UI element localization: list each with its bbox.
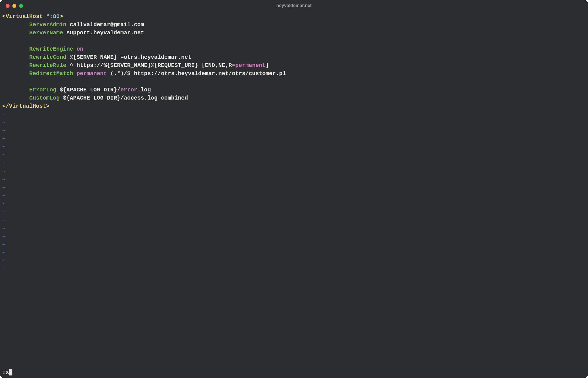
indent	[2, 70, 29, 77]
indent	[2, 87, 29, 93]
value-rewriteengine: on	[77, 46, 83, 52]
directive-customlog: CustomLog	[29, 95, 60, 101]
empty-line-tilde: ~	[2, 242, 6, 248]
value-serveradmin: callvaldemar@gmail.com	[66, 21, 144, 28]
directive-serveradmin: ServerAdmin	[29, 21, 66, 28]
indent	[2, 54, 29, 60]
value-errorlog-name: error	[120, 87, 137, 93]
directive-errorlog: ErrorLog	[29, 87, 56, 93]
empty-line-tilde: ~	[2, 201, 6, 207]
indent	[2, 46, 29, 52]
window-title: heyvaldemar.net	[276, 2, 311, 9]
cursor-icon	[9, 369, 12, 375]
empty-line-tilde: ~	[2, 258, 6, 264]
vim-command-text: :x	[2, 369, 9, 375]
terminal-window: heyvaldemar.net <VirtualHost *:80> Serve…	[0, 0, 588, 378]
directive-redirectmatch: RedirectMatch	[29, 70, 73, 77]
empty-line-tilde: ~	[2, 233, 6, 240]
editor-viewport[interactable]: <VirtualHost *:80> ServerAdmin callvalde…	[0, 11, 588, 368]
window-minimize-button[interactable]	[12, 4, 16, 8]
directive-rewriterule: RewriteRule	[29, 62, 66, 69]
empty-line-tilde: ~	[2, 160, 6, 166]
vhost-open-tag-addr: *:80	[46, 13, 60, 20]
indent	[2, 95, 29, 101]
vim-command-line[interactable]: :x	[0, 368, 588, 378]
empty-line-tilde: ~	[2, 111, 6, 118]
window-close-button[interactable]	[6, 4, 10, 8]
empty-line-tilde: ~	[2, 119, 6, 126]
value-customlog: ${APACHE_LOG_DIR}/access.log combined	[60, 95, 188, 101]
traffic-lights	[6, 4, 23, 8]
value-servername: support.heyvaldemar.net	[63, 30, 144, 36]
empty-line-tilde: ~	[2, 225, 6, 232]
indent	[2, 21, 29, 28]
empty-line-tilde: ~	[2, 193, 6, 199]
value-redirectmatch-rest: (.*)/$ https://otrs.heyvaldemar.net/otrs…	[107, 70, 286, 77]
empty-line-tilde: ~	[2, 152, 6, 158]
empty-line-tilde: ~	[2, 184, 6, 191]
value-redirectmatch-kw: permanent	[77, 70, 107, 77]
value-rewriterule-tail: ]	[266, 62, 269, 69]
empty-line-tilde: ~	[2, 136, 6, 142]
value-rewriterule-flag: permanent	[235, 62, 266, 69]
directive-rewritecond: RewriteCond	[29, 54, 66, 60]
indent	[2, 62, 29, 69]
indent	[2, 30, 29, 36]
empty-line-tilde: ~	[2, 209, 6, 215]
empty-line-tilde: ~	[2, 250, 6, 256]
value-errorlog-mid: ${APACHE_LOG_DIR}/	[56, 87, 120, 93]
directive-rewriteengine: RewriteEngine	[29, 46, 73, 52]
empty-line-tilde: ~	[2, 127, 6, 134]
vhost-close-tag: </VirtualHost>	[2, 103, 50, 109]
space	[73, 70, 77, 77]
value-rewritecond: %{SERVER_NAME} =otrs.heyvaldemar.net	[66, 54, 191, 60]
value-errorlog-tail: .log	[137, 87, 151, 93]
title-bar: heyvaldemar.net	[0, 0, 588, 11]
vhost-open-tag-right: >	[60, 13, 63, 20]
empty-line-tilde: ~	[2, 144, 6, 150]
window-zoom-button[interactable]	[19, 4, 23, 8]
value-rewriterule-mid: ^ https://%{SERVER_NAME}%{REQUEST_URI} […	[66, 62, 235, 69]
empty-line-tilde: ~	[2, 168, 6, 175]
empty-lines-block: ~ ~ ~ ~ ~ ~ ~ ~ ~ ~ ~ ~ ~ ~ ~ ~ ~ ~ ~ ~	[2, 111, 6, 273]
empty-line-tilde: ~	[2, 176, 6, 183]
empty-line-tilde: ~	[2, 217, 6, 224]
vhost-open-tag-left: <VirtualHost	[2, 13, 46, 20]
space	[73, 46, 77, 52]
empty-line-tilde: ~	[2, 266, 6, 273]
directive-servername: ServerName	[29, 30, 63, 36]
